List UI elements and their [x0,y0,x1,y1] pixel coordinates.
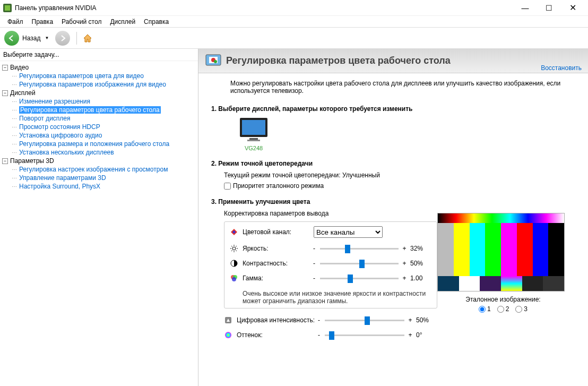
menu-edit[interactable]: Правка [28,17,58,27]
window-title: Панель управления NVIDIA [15,4,513,12]
vibrance-value: 50% [416,316,437,324]
sidebar-header: Выберите задачу... [0,49,198,61]
svg-line-16 [236,251,237,252]
tree-item-desktop-color[interactable]: ⋯Регулировка параметров цвета рабочего с… [11,106,197,114]
collapse-icon[interactable]: − [2,90,8,96]
color-channel-select[interactable]: Все каналы [314,226,383,238]
brightness-icon [230,244,238,253]
color-channel-icon [230,228,238,236]
tree-node-video[interactable]: − Видео [1,63,197,72]
svg-point-22 [232,277,236,281]
tree-item-change-resolution[interactable]: ⋯Изменение разрешения [11,97,197,106]
menu-help[interactable]: Справка [140,17,173,27]
brightness-slider[interactable] [320,243,399,254]
hue-label: Оттенок: [237,331,316,339]
app-icon [3,4,12,12]
reference-radio-2[interactable]: 2 [497,305,509,313]
brightness-label: Яркость: [243,245,312,252]
svg-rect-1 [5,5,10,11]
svg-line-18 [236,246,237,247]
vibrance-icon [224,316,232,324]
gamma-value: 1.00 [410,275,431,282]
restore-link[interactable]: Восстановить [541,64,582,73]
collapse-icon[interactable]: − [2,65,8,71]
minus-icon: - [316,316,322,324]
section-1-title: 1. Выберите дисплей, параметры которого … [211,105,575,113]
tree-item-size-position[interactable]: ⋯Регулировка размера и положения рабочег… [11,140,197,148]
back-history-dropdown[interactable]: ▼ [42,33,51,42]
tree-item-hdcp-status[interactable]: ⋯Просмотр состояния HDCP [11,123,197,131]
contrast-value: 50% [410,260,431,267]
menu-file[interactable]: Файл [3,17,28,27]
slider-group: Цветовой канал: Все каналы Яркость: - [224,221,437,308]
svg-point-5 [214,60,217,63]
tree-item-video-color[interactable]: ⋯Регулировка параметров цвета для видео [11,72,197,80]
gamma-label: Гамма: [243,275,312,282]
tree-item-digital-audio[interactable]: ⋯Установка цифрового аудио [11,131,197,140]
page-banner: Регулировка параметров цвета рабочего ст… [198,49,588,73]
tree-item-rotate-display[interactable]: ⋯Поворот дисплея [11,114,197,123]
minus-icon: - [312,275,317,282]
reference-image-radios: 1 2 3 [437,305,569,313]
plus-icon: + [408,316,413,324]
close-button[interactable]: ✕ [561,1,585,15]
page-description: Можно регулировать настройки цвета рабоч… [198,73,588,101]
toolbar-separator [76,32,77,45]
reference-mode-checkbox[interactable] [224,183,231,190]
brightness-value: 32% [410,245,431,252]
collapse-icon[interactable]: − [2,158,8,164]
tree-item-image-settings-preview[interactable]: ⋯Регулировка настроек изображения с прос… [11,165,197,174]
svg-line-15 [231,246,232,247]
svg-line-17 [231,251,232,252]
vibrance-label: Цифровая интенсивность: [237,316,316,324]
minus-icon: - [316,331,322,339]
svg-rect-8 [249,138,258,140]
reference-radio-3[interactable]: 3 [515,305,528,313]
hue-slider[interactable] [325,330,404,340]
back-label: Назад [22,35,40,42]
reference-radio-1[interactable]: 1 [479,305,491,313]
tree-item-multi-display[interactable]: ⋯Установка нескольких дисплеев [11,148,197,157]
tree-item-surround-physx[interactable]: ⋯Настройка Surround, PhysX [11,182,197,191]
minimize-button[interactable]: — [513,1,537,15]
plus-icon: + [402,260,407,267]
vibrance-slider[interactable] [325,315,404,325]
menu-display[interactable]: Дисплей [106,17,140,27]
display-thumbnail[interactable]: VG248 [232,117,275,151]
task-tree: − Видео ⋯Регулировка параметров цвета дл… [0,61,198,193]
gamma-icon [230,274,238,282]
contrast-icon [230,259,238,268]
svg-point-10 [232,247,236,250]
tree-item-manage-3d[interactable]: ⋯Управление параметрами 3D [11,174,197,182]
home-button[interactable] [81,32,94,45]
gamma-slider[interactable] [320,273,399,284]
menu-desktop[interactable]: Рабочий стол [57,17,106,27]
plus-icon: + [402,245,407,252]
gamma-range-note: Очень высокое или низкое значение яркост… [230,288,431,306]
page-title: Регулировка параметров цвета рабочего ст… [226,55,541,66]
output-correction-label: Корректировка параметров вывода [224,210,437,217]
color-channel-label: Цветовой канал: [243,228,312,236]
tree-item-video-image[interactable]: ⋯Регулировка параметров изображения для … [11,80,197,89]
display-name: VG248 [232,145,275,151]
banner-icon [205,53,222,70]
current-color-mode: Текущий режим точной цветопередачи: Улуч… [224,171,575,179]
forward-button[interactable] [55,31,70,46]
maximize-button[interactable]: ☐ [537,1,561,15]
minus-icon: - [312,260,317,267]
menubar: Файл Правка Рабочий стол Дисплей Справка [0,16,588,28]
contrast-label: Контрастность: [243,260,312,267]
reference-image-label: Эталонное изображение: [437,296,569,303]
tree-node-display[interactable]: − Дисплей [1,89,197,97]
back-button[interactable] [4,31,19,46]
reference-image-preview [437,213,565,291]
contrast-slider[interactable] [320,258,399,269]
hue-value: 0° [416,331,437,339]
reference-mode-label: Приоритет эталонного режима [233,182,324,190]
tree-node-3d[interactable]: − Параметры 3D [1,157,197,165]
section-2-title: 2. Режим точной цветопередачи [211,160,575,167]
plus-icon: + [402,275,407,282]
hue-icon [224,331,232,339]
minus-icon: - [312,245,317,252]
svg-point-24 [225,332,231,338]
